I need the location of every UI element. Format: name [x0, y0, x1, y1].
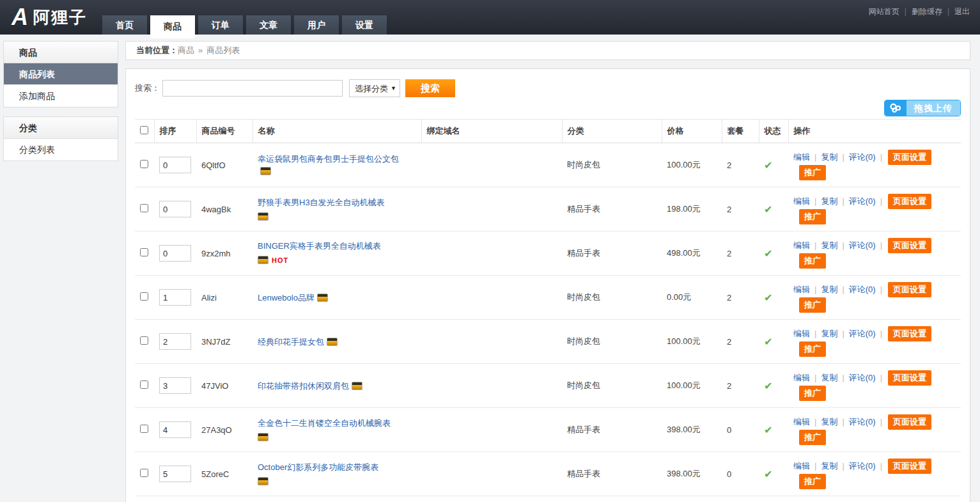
- promote-button[interactable]: 推广: [799, 386, 826, 401]
- nav-tab-文章[interactable]: 文章: [246, 15, 291, 35]
- comments-link[interactable]: 评论(0): [849, 152, 876, 162]
- comments-link[interactable]: 评论(0): [849, 373, 876, 382]
- row-checkbox[interactable]: [140, 248, 148, 256]
- table-row: 6QltfO 幸运袋鼠男包商务包男士手提包公文包 时尚皮包 100.00元 2 …: [135, 143, 961, 187]
- row-checkbox[interactable]: [140, 292, 148, 301]
- search-button[interactable]: 搜索: [405, 79, 455, 97]
- page-setup-button[interactable]: 页面设置: [888, 370, 931, 386]
- nav-tab-用户[interactable]: 用户: [294, 15, 339, 35]
- promote-button[interactable]: 推广: [799, 474, 826, 489]
- copy-link[interactable]: 复制: [821, 152, 837, 162]
- product-price: 100.00元: [667, 336, 701, 346]
- separator: |: [814, 373, 816, 382]
- comments-link[interactable]: 评论(0): [849, 196, 876, 206]
- page-setup-button[interactable]: 页面设置: [888, 326, 931, 341]
- edit-link[interactable]: 编辑: [793, 329, 810, 338]
- sort-input[interactable]: [159, 377, 191, 394]
- product-name-link[interactable]: 全金色十二生肖镂空全自动机械腕表: [258, 418, 391, 428]
- status-ok-icon: ✔: [764, 425, 772, 435]
- comments-link[interactable]: 评论(0): [849, 240, 876, 250]
- sort-input[interactable]: [159, 157, 191, 173]
- category-select[interactable]: 选择分类: [349, 79, 400, 97]
- comments-link[interactable]: 评论(0): [849, 329, 876, 338]
- sort-input[interactable]: [159, 245, 191, 262]
- product-price: 498.00元: [667, 248, 701, 258]
- sidebar-item-分类列表[interactable]: 分类列表: [4, 139, 118, 161]
- promote-button[interactable]: 推广: [799, 253, 826, 269]
- drag-upload-button[interactable]: 拖拽上传: [884, 100, 961, 116]
- edit-link[interactable]: 编辑: [793, 152, 810, 162]
- sort-input[interactable]: [159, 466, 191, 482]
- row-checkbox[interactable]: [140, 469, 148, 477]
- product-name-link[interactable]: 幸运袋鼠男包商务包男士手提包公文包: [258, 154, 399, 164]
- page-setup-button[interactable]: 页面设置: [888, 238, 931, 253]
- product-table: 排序 商品编号 名称 绑定域名 分类 价格 套餐 状态 操作 6QltfO 幸运…: [135, 119, 961, 496]
- copy-link[interactable]: 复制: [821, 461, 837, 471]
- page-setup-button[interactable]: 页面设置: [888, 150, 931, 165]
- comments-link[interactable]: 评论(0): [849, 285, 876, 294]
- copy-link[interactable]: 复制: [821, 240, 837, 250]
- nav-tab-订单[interactable]: 订单: [198, 15, 243, 35]
- product-name-link[interactable]: 经典印花手提女包: [258, 337, 324, 347]
- sort-input[interactable]: [159, 333, 191, 350]
- nav-tab-首页[interactable]: 首页: [102, 15, 147, 35]
- product-name-link[interactable]: October幻影系列多功能皮带腕表: [258, 462, 378, 472]
- edit-link[interactable]: 编辑: [793, 461, 810, 471]
- promote-button[interactable]: 推广: [799, 165, 826, 180]
- row-checkbox[interactable]: [140, 380, 148, 389]
- edit-link[interactable]: 编辑: [793, 373, 810, 382]
- edit-link[interactable]: 编辑: [793, 285, 810, 294]
- sort-input[interactable]: [159, 289, 191, 306]
- promote-button[interactable]: 推广: [799, 297, 826, 313]
- row-checkbox[interactable]: [140, 336, 148, 345]
- breadcrumb-parent[interactable]: 商品: [178, 45, 194, 55]
- drag-upload-label: 拖拽上传: [906, 100, 960, 116]
- product-name-link[interactable]: 野狼手表男H3自发光全自动机械表: [258, 198, 385, 207]
- edit-link[interactable]: 编辑: [793, 240, 810, 250]
- row-checkbox[interactable]: [140, 204, 148, 212]
- page-setup-button[interactable]: 页面设置: [888, 194, 931, 209]
- table-header-row: 排序 商品编号 名称 绑定域名 分类 价格 套餐 状态 操作: [135, 120, 961, 143]
- content-panel: 搜索： 选择分类 ▼ 搜索 拖拽上传: [125, 68, 970, 502]
- comments-link[interactable]: 评论(0): [849, 461, 876, 471]
- edit-link[interactable]: 编辑: [793, 196, 810, 206]
- copy-link[interactable]: 复制: [821, 373, 837, 382]
- search-input[interactable]: [162, 80, 343, 97]
- sidebar-item-商品列表[interactable]: 商品列表: [4, 63, 118, 85]
- thumbnail-image-icon: [260, 167, 271, 175]
- table-row: 4wagBk 野狼手表男H3自发光全自动机械表 精品手表 198.00元 2 ✔…: [135, 187, 961, 231]
- product-name-link[interactable]: 印花抽带搭扣休闲双肩包: [258, 381, 349, 391]
- row-checkbox[interactable]: [140, 425, 148, 433]
- copy-link[interactable]: 复制: [821, 329, 837, 338]
- edit-link[interactable]: 编辑: [793, 417, 810, 427]
- promote-button[interactable]: 推广: [799, 209, 826, 224]
- page-setup-button[interactable]: 页面设置: [888, 282, 931, 297]
- sort-input[interactable]: [159, 201, 191, 217]
- top-link[interactable]: 网站首页: [869, 7, 899, 16]
- top-link[interactable]: 删除缓存: [912, 7, 942, 16]
- breadcrumb-separator: »: [198, 45, 203, 55]
- copy-link[interactable]: 复制: [821, 417, 837, 427]
- product-code: 6QltfO: [201, 161, 226, 170]
- nav-tab-设置[interactable]: 设置: [342, 15, 387, 35]
- product-package: 2: [727, 249, 731, 258]
- separator: |: [880, 285, 882, 294]
- select-all-checkbox[interactable]: [140, 126, 148, 134]
- sidebar-item-添加商品[interactable]: 添加商品: [4, 85, 118, 107]
- promote-button[interactable]: 推广: [799, 341, 826, 357]
- product-name-link[interactable]: Lenwebolo品牌: [258, 293, 315, 302]
- main-nav: 首页商品订单文章用户设置: [102, 15, 390, 35]
- sidebar-panel: 商品商品列表添加商品: [3, 41, 118, 107]
- table-row: 3NJ7dZ 经典印花手提女包 时尚皮包 100.00元 2 ✔ 编辑|复制|评…: [135, 320, 961, 364]
- page-setup-button[interactable]: 页面设置: [888, 414, 931, 430]
- promote-button[interactable]: 推广: [799, 430, 826, 445]
- comments-link[interactable]: 评论(0): [849, 417, 876, 427]
- page-setup-button[interactable]: 页面设置: [888, 459, 931, 474]
- row-checkbox[interactable]: [140, 160, 148, 168]
- top-link[interactable]: 退出: [954, 7, 970, 16]
- copy-link[interactable]: 复制: [821, 285, 837, 294]
- sort-input[interactable]: [159, 421, 191, 438]
- nav-tab-商品[interactable]: 商品: [150, 15, 195, 38]
- copy-link[interactable]: 复制: [821, 196, 837, 206]
- product-name-link[interactable]: BINGER宾格手表男全自动机械表: [258, 241, 381, 251]
